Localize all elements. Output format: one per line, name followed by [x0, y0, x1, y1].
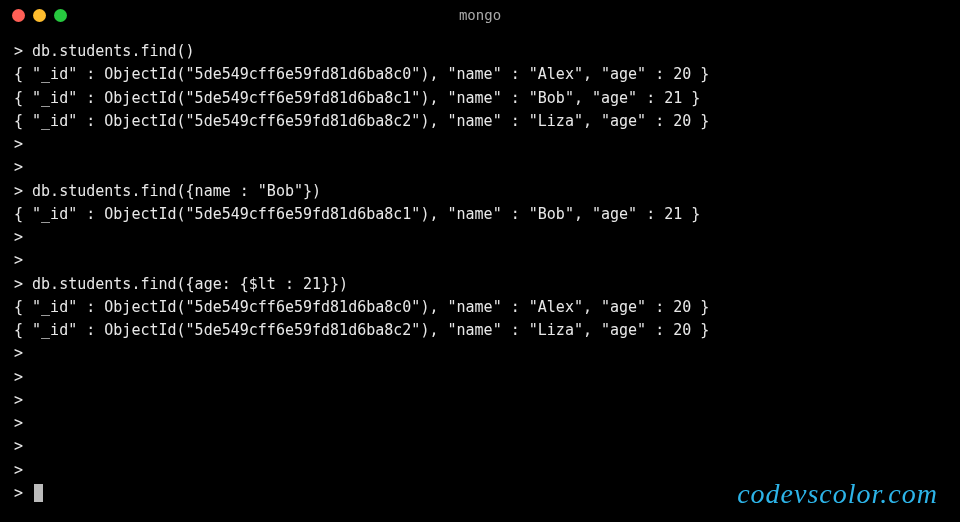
prompt-char: > — [14, 344, 32, 362]
close-icon[interactable] — [12, 9, 25, 22]
prompt-char: > — [14, 182, 32, 200]
terminal-line: > — [14, 412, 946, 435]
terminal-line: > — [14, 249, 946, 272]
terminal-text: { "_id" : ObjectId("5de549cff6e59fd81d6b… — [14, 298, 709, 316]
terminal-text: db.students.find({name : "Bob"}) — [32, 182, 321, 200]
terminal-line: { "_id" : ObjectId("5de549cff6e59fd81d6b… — [14, 203, 946, 226]
terminal-line: > db.students.find({age: {$lt : 21}}) — [14, 273, 946, 296]
traffic-lights — [12, 9, 67, 22]
prompt-char: > — [14, 275, 32, 293]
prompt-char: > — [14, 251, 32, 269]
zoom-icon[interactable] — [54, 9, 67, 22]
prompt-char: > — [14, 228, 32, 246]
terminal-line: > — [14, 156, 946, 179]
prompt-char: > — [14, 135, 32, 153]
cursor-icon — [34, 484, 43, 502]
terminal-line: > db.students.find() — [14, 40, 946, 63]
terminal-line: > — [14, 342, 946, 365]
minimize-icon[interactable] — [33, 9, 46, 22]
terminal-line: > — [14, 389, 946, 412]
terminal-line: { "_id" : ObjectId("5de549cff6e59fd81d6b… — [14, 63, 946, 86]
terminal-line: { "_id" : ObjectId("5de549cff6e59fd81d6b… — [14, 110, 946, 133]
terminal-text: db.students.find({age: {$lt : 21}}) — [32, 275, 348, 293]
watermark-text: codevscolor.com — [737, 478, 938, 510]
terminal-text: db.students.find() — [32, 42, 195, 60]
prompt-char: > — [14, 158, 32, 176]
terminal-line: > — [14, 435, 946, 458]
terminal-area[interactable]: > db.students.find(){ "_id" : ObjectId("… — [0, 30, 960, 505]
terminal-line: > — [14, 226, 946, 249]
terminal-text: { "_id" : ObjectId("5de549cff6e59fd81d6b… — [14, 112, 709, 130]
terminal-line: > — [14, 366, 946, 389]
terminal-line: > — [14, 133, 946, 156]
terminal-text: { "_id" : ObjectId("5de549cff6e59fd81d6b… — [14, 65, 709, 83]
prompt-char: > — [14, 42, 32, 60]
terminal-line: { "_id" : ObjectId("5de549cff6e59fd81d6b… — [14, 319, 946, 342]
prompt-char: > — [14, 437, 32, 455]
prompt-char: > — [14, 484, 32, 502]
terminal-line: { "_id" : ObjectId("5de549cff6e59fd81d6b… — [14, 87, 946, 110]
terminal-text: { "_id" : ObjectId("5de549cff6e59fd81d6b… — [14, 205, 700, 223]
prompt-char: > — [14, 461, 32, 479]
terminal-text: { "_id" : ObjectId("5de549cff6e59fd81d6b… — [14, 89, 700, 107]
terminal-line: > db.students.find({name : "Bob"}) — [14, 180, 946, 203]
window-titlebar: mongo — [0, 0, 960, 30]
prompt-char: > — [14, 414, 32, 432]
prompt-char: > — [14, 391, 32, 409]
terminal-line: { "_id" : ObjectId("5de549cff6e59fd81d6b… — [14, 296, 946, 319]
terminal-text: { "_id" : ObjectId("5de549cff6e59fd81d6b… — [14, 321, 709, 339]
window-title: mongo — [0, 7, 960, 23]
prompt-char: > — [14, 368, 32, 386]
